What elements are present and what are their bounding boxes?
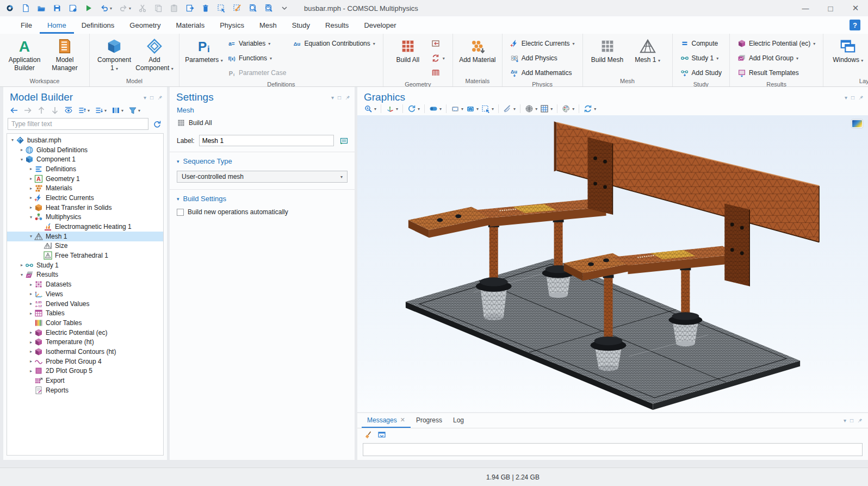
move-down-button[interactable] [51,106,59,115]
comsol-logo-button[interactable] [5,4,14,13]
insert-sequence-button[interactable] [429,36,447,51]
plot-window-badge-icon[interactable] [852,120,863,128]
mesh-1-button[interactable]: Mesh 1 ▾ [629,36,667,64]
collapse-node-icon[interactable]: ▾ [28,234,34,239]
equation-contributions-button[interactable]: ΔuEquation Contributions▾ [290,36,377,51]
menu-tab-results[interactable]: Results [318,16,356,34]
tree-node-size[interactable]: Size [7,241,163,251]
tree-node-temperature-ht-[interactable]: ▸Temperature (ht) [7,337,163,347]
expand-node-icon[interactable]: ▸ [28,301,34,306]
menu-tab-mesh[interactable]: Mesh [252,16,284,34]
result-templates-button[interactable]: Result Templates [735,66,817,80]
tree-node-component-1[interactable]: ▾Component 1 [7,154,163,164]
tab-log[interactable]: Log [448,413,469,428]
run-button[interactable] [84,4,93,13]
clear-selection-button[interactable] [233,4,241,13]
variables-button[interactable]: a=Variables▾ [225,36,288,51]
image-snapshot-button[interactable]: ▾ [451,104,463,113]
parameters-button[interactable]: PiParameters ▾ [185,36,223,64]
clear-messages-button[interactable] [364,431,373,441]
tree-node-export[interactable]: Export [7,376,163,385]
panel-pin-icon[interactable]: 📌︎ [345,95,350,101]
expand-node-icon[interactable]: ▸ [28,176,34,181]
expand-node-icon[interactable]: ▸ [28,291,34,296]
open-button[interactable] [37,4,46,13]
collapse-node-icon[interactable]: ▾ [18,157,25,162]
tree-node-color-tables[interactable]: Color Tables [7,318,163,328]
update-geometry-button[interactable]: ▾ [429,51,447,65]
tree-node-busbar-mph[interactable]: ▾busbar.mph [7,135,163,145]
tree-filter-input[interactable] [8,118,148,130]
rotate-button[interactable]: ▾ [407,104,420,113]
electric-currents-button[interactable]: +Electric Currents▾ [508,36,577,51]
move-up-button[interactable] [37,106,46,115]
preview-button[interactable] [69,4,77,13]
windows-button[interactable]: Windows ▾ [829,36,867,64]
select-all-button[interactable] [217,4,226,13]
collapse-node-icon[interactable]: ▾ [9,138,16,142]
build-new-operations-checkbox[interactable] [177,209,184,216]
collapse-node-icon[interactable]: ▾ [28,215,34,220]
sequence-type-select[interactable]: User-controlled mesh ▾ [177,171,348,183]
add-material-button[interactable]: Add Material [458,36,497,64]
messages-output-area[interactable] [363,443,863,456]
tree-node-2d-plot-group-5[interactable]: ▸2D Plot Group 5 [7,366,163,376]
tree-node-probe-plot-group-4[interactable]: ▸Probe Plot Group 4 [7,357,163,366]
tree-node-reports[interactable]: Reports [7,385,163,395]
add-component-button[interactable]: Add Component ▾ [135,36,173,72]
tree-node-results[interactable]: ▾Results [7,270,163,280]
expand-node-icon[interactable]: ▸ [28,282,34,287]
tab-messages[interactable]: Messages✕ [362,413,411,428]
panel-menu-icon[interactable]: ▾ [144,95,146,101]
tree-node-definitions[interactable]: ▸Definitions [7,164,163,174]
menu-tab-definitions[interactable]: Definitions [74,16,122,34]
undo-button[interactable]: ▾ [100,4,112,13]
menu-tab-study[interactable]: Study [284,16,318,34]
collapse-node-icon[interactable]: ▾ [18,272,25,277]
tree-node-tables[interactable]: ▸Tables [7,308,163,318]
sequence-type-header[interactable]: ▾ Sequence Type [177,157,348,165]
tree-node-electromagnetic-heating-1[interactable]: Electromagnetic Heating 1 [7,222,163,232]
menu-tab-materials[interactable]: Materials [168,16,212,34]
expand-node-icon[interactable]: ▸ [28,166,34,171]
functions-button[interactable]: f(x)Functions▾ [225,51,288,65]
menu-tab-developer[interactable]: Developer [356,16,404,34]
parameter-case-button[interactable]: PiParameter Case [225,66,288,80]
grid-view-button[interactable]: ▾ [540,104,553,113]
compute-button[interactable]: Compute [678,36,724,51]
close-button[interactable]: ✕ [843,0,868,16]
add-study-button[interactable]: Add Study [678,66,724,80]
panel-pin-icon[interactable]: 📌︎ [858,95,864,101]
expand-node-icon[interactable]: ▸ [28,205,34,210]
graphics-canvas[interactable] [357,115,868,412]
expand-node-icon[interactable]: ▸ [18,263,25,267]
expand-node-icon[interactable]: ▸ [18,147,25,152]
panel-menu-icon[interactable]: ▾ [844,418,846,423]
forward-button[interactable] [23,106,32,115]
cut-button[interactable] [138,4,147,13]
expand-node-icon[interactable]: ▸ [28,330,34,335]
scene-light-button[interactable]: ▾ [466,104,479,113]
filter-button[interactable]: ▾ [128,106,140,115]
menu-tab-home[interactable]: Home [40,16,74,34]
application-builder-button[interactable]: AApplication Builder [5,36,44,72]
tab-progress[interactable]: Progress [411,413,448,428]
component-1-button[interactable]: Component 1 ▾ [95,36,133,72]
build-mesh-button[interactable]: Build Mesh [588,36,627,64]
zoom-button[interactable]: ▾ [364,104,376,113]
color-theme-button[interactable]: ▾ [562,104,574,113]
panel-float-icon[interactable]: □ [851,95,854,101]
label-input[interactable] [199,135,334,146]
new-file-button[interactable] [21,4,30,13]
message-log-button[interactable] [377,431,386,441]
rename-icon[interactable] [338,135,349,146]
expand-node-icon[interactable]: ▸ [28,369,34,373]
duplicate-button[interactable] [185,4,194,13]
build-settings-header[interactable]: ▾ Build Settings [177,195,348,203]
tree-node-electric-potential-ec-[interactable]: ▸Electric Potential (ec) [7,328,163,338]
menu-tab-physics[interactable]: Physics [212,16,252,34]
expand-node-icon[interactable]: ▸ [28,359,34,364]
save-button[interactable] [53,4,61,13]
expand-node-icon[interactable]: ▸ [28,349,34,354]
show-button[interactable] [64,106,73,115]
